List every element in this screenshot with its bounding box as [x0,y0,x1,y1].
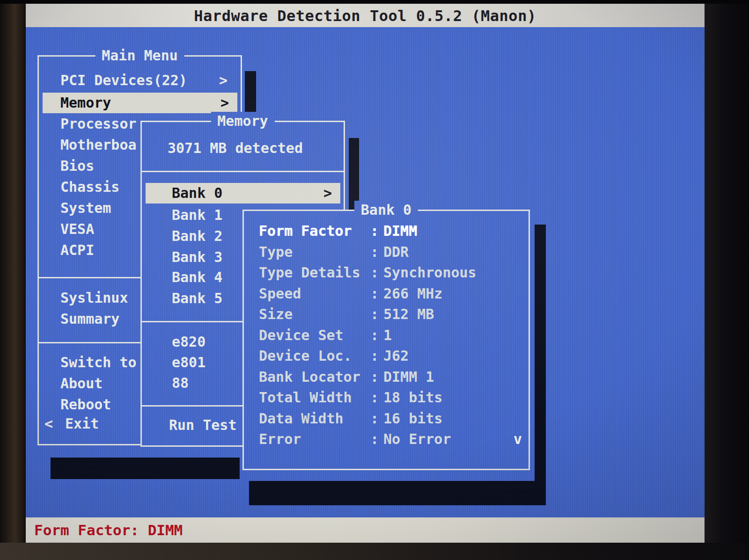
menu-item-pci-devices[interactable]: PCI Devices(22) > [39,70,239,91]
row-value: DDR [383,242,523,262]
scroll-down-indicator-icon: v [514,429,522,450]
row-value: 266 MHz [383,284,523,304]
menu-item-label: Summary [60,311,119,327]
submenu-arrow-icon: > [323,183,332,204]
menu-item-label: ACPI [60,242,94,258]
memory-window-title: Memory [211,112,274,131]
row-colon: : [370,387,383,408]
menu-item-bank-0-selected[interactable]: Bank 0 > [146,183,340,204]
row-label: Data Width [259,408,370,429]
menu-item-label: e820 [172,334,206,350]
bank0-row-speed: Speed : 266 MHz [259,284,523,304]
row-label: Error [259,429,370,450]
monitor-bezel-top [0,0,749,4]
row-value: DIMM [383,221,523,241]
bank0-row-total-width: Total Width : 18 bits [259,387,523,408]
monitor-bezel-right [705,0,749,560]
status-bar-text: Form Factor: DIMM [34,522,183,538]
bank0-row-type: Type : DDR [259,242,523,262]
row-colon: : [370,304,383,325]
main-menu-title: Main Menu [95,46,184,65]
menu-item-label: Switch to [60,354,137,371]
menu-item-label: Reboot [60,396,111,413]
monitor-bezel-bottom [0,543,749,560]
menu-item-label: Bank 2 [172,228,222,244]
row-colon: : [370,346,383,366]
row-value: J62 [383,346,523,366]
app-title-bar: Hardware Detection Tool 0.5.2 (Manon) [26,4,705,27]
row-label: Size [259,304,370,325]
submenu-arrow-icon: > [220,93,229,113]
bank0-row-device-set: Device Set : 1 [259,325,523,346]
menu-item-label: Bank 4 [172,269,222,285]
bank0-window-title: Bank 0 [354,201,418,219]
status-bar: Form Factor: DIMM [26,517,705,543]
bank0-row-size: Size : 512 MB [259,304,523,325]
row-colon: : [370,284,383,304]
menu-item-label: PCI Devices(22) [60,72,187,88]
menu-item-label: System [60,200,111,216]
row-value: No Error [383,429,523,450]
row-label: Speed [259,284,370,304]
row-colon: : [370,408,383,429]
row-label: Total Width [259,387,370,408]
menu-item-label: Syslinux [60,290,128,306]
menu-item-label: e801 [172,354,206,371]
menu-item-label: About [60,375,103,392]
row-value: DIMM 1 [383,367,523,387]
menu-item-label: Bank 1 [172,207,222,223]
bank0-window: Bank 0 Form Factor : DIMM Type : DDR Typ… [242,210,530,470]
row-label: Type [259,242,370,262]
bank0-row-type-details: Type Details : Synchronous [259,262,523,283]
bank0-row-form-factor: Form Factor : DIMM [259,221,523,241]
menu-item-label: Processor [60,116,137,132]
row-value: 16 bits [383,408,523,429]
menu-item-label: Exit [65,415,99,432]
menu-item-label: VESA [60,221,94,237]
menu-item-label: Chassis [60,179,119,195]
menu-item-label: 88 [172,375,189,391]
bank0-window-shadow-bottom [249,481,546,505]
row-value: 512 MB [383,304,523,325]
menu-item-label: Bios [60,158,94,174]
row-value: 18 bits [383,387,523,408]
menu-separator [142,171,344,172]
crt-screen: Hardware Detection Tool 0.5.2 (Manon) Ma… [26,4,705,543]
row-value: Synchronous [383,262,523,283]
bank0-row-bank-locator: Bank Locator : DIMM 1 [259,367,523,387]
row-value: 1 [383,325,523,346]
bank0-row-device-loc: Device Loc. : J62 [259,346,523,366]
row-label: Bank Locator [259,367,370,387]
bank0-row-data-width: Data Width : 16 bits [259,408,523,429]
row-label: Type Details [259,262,370,283]
back-arrow-icon: < [44,414,53,434]
menu-item-label: Run Test [169,417,237,433]
row-colon: : [370,262,383,283]
memory-detected-text: 3071 MB detected [142,138,342,159]
menu-item-label: Bank 5 [172,290,222,306]
row-label: Form Factor [259,221,370,241]
menu-item-label: Memory [60,95,111,111]
row-colon: : [370,325,383,346]
menu-item-label: Motherboa [60,137,137,153]
row-label: Device Loc. [259,346,370,366]
menus-shadow-bottom [51,458,240,479]
menu-item-memory-selected[interactable]: Memory > [43,93,237,113]
row-colon: : [370,367,383,387]
row-colon: : [370,221,383,241]
bank0-row-error: Error : No Error [259,429,523,450]
row-label: Device Set [259,325,370,346]
app-title: Hardware Detection Tool 0.5.2 (Manon) [194,7,536,25]
memory-detected-label: 3071 MB detected [168,140,303,156]
submenu-arrow-icon: > [219,70,228,91]
row-colon: : [370,429,383,450]
monitor-bezel-left [0,0,27,560]
row-colon: : [370,242,383,262]
menu-item-label: Bank 0 [172,185,222,201]
menu-item-label: Bank 3 [172,249,222,265]
bank0-window-shadow-right [535,225,546,505]
